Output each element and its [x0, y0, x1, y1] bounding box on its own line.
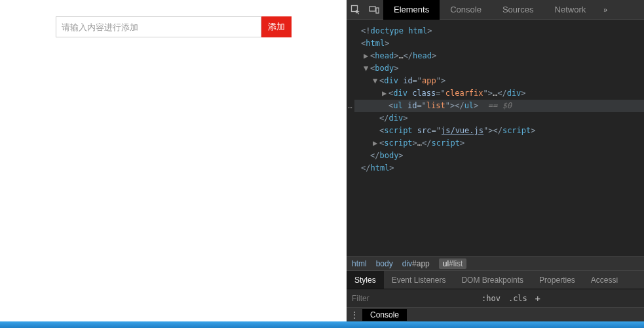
- devtools-tab-elements[interactable]: Elements: [383, 0, 440, 20]
- add-item-form: 添加: [56, 16, 292, 37]
- dom-node[interactable]: </body>: [354, 150, 644, 162]
- devtools-tab-sources[interactable]: Sources: [492, 0, 544, 20]
- devtools-tab-network[interactable]: Network: [544, 0, 597, 20]
- dom-node[interactable]: ▼<body>: [354, 62, 644, 75]
- breadcrumb-item[interactable]: html: [352, 259, 367, 268]
- styles-tab-event-listeners[interactable]: Event Listeners: [384, 271, 454, 289]
- dom-node[interactable]: </div>: [354, 112, 644, 125]
- dom-node[interactable]: <!doctype html>: [354, 25, 644, 37]
- styles-tab-properties[interactable]: Properties: [531, 271, 583, 289]
- devtools-toolbar: ElementsConsoleSourcesNetwork »: [347, 0, 644, 20]
- devtools-panel: ElementsConsoleSourcesNetwork » <!doctyp…: [347, 0, 644, 321]
- add-button[interactable]: 添加: [261, 16, 292, 37]
- os-taskbar: [0, 321, 644, 328]
- dom-node[interactable]: ▶<head>…</head>: [354, 50, 644, 62]
- styles-tab-styles[interactable]: Styles: [347, 271, 384, 289]
- breadcrumb-item[interactable]: div#app: [402, 259, 430, 268]
- dom-tree[interactable]: <!doctype html><html>▶<head>…</head>▼<bo…: [347, 20, 644, 256]
- breadcrumb-item[interactable]: ul#list: [439, 258, 467, 269]
- dom-node[interactable]: <html>: [354, 37, 644, 50]
- drawer-tab-console[interactable]: Console: [362, 309, 407, 321]
- cls-toggle[interactable]: .cls: [504, 294, 531, 303]
- dom-node[interactable]: ▼<div id="app">: [354, 75, 644, 87]
- breadcrumb: htmlbodydiv#appul#list: [347, 256, 644, 270]
- dom-node[interactable]: ▶<div class="clearfix">…</div>: [354, 87, 644, 100]
- styles-tab-accessi[interactable]: Accessi: [583, 271, 626, 289]
- more-tabs-button[interactable]: »: [596, 5, 615, 14]
- hov-toggle[interactable]: :hov: [478, 294, 504, 303]
- rendered-page: 添加: [0, 0, 347, 321]
- drawer-menu-icon[interactable]: ⋮: [347, 310, 362, 319]
- styles-tab-dom-breakpoints[interactable]: DOM Breakpoints: [453, 271, 531, 289]
- dom-node[interactable]: ▶<script>…</script>: [354, 137, 644, 150]
- styles-filter-row: :hov .cls +: [347, 289, 644, 307]
- svg-rect-2: [376, 8, 379, 13]
- breadcrumb-item[interactable]: body: [376, 259, 393, 268]
- add-item-input[interactable]: [56, 16, 261, 37]
- dom-node[interactable]: </html>: [354, 162, 644, 174]
- toggle-device-icon[interactable]: [365, 0, 383, 20]
- svg-rect-1: [369, 7, 375, 11]
- new-style-rule-button[interactable]: +: [531, 293, 544, 304]
- drawer: ⋮ Console: [347, 307, 644, 321]
- dom-node[interactable]: <script src="js/vue.js"></script>: [354, 125, 644, 137]
- styles-filter-input[interactable]: [347, 289, 478, 308]
- dom-node[interactable]: …<ul id="list"></ul> == $0: [354, 100, 644, 112]
- styles-tabbar: StylesEvent ListenersDOM BreakpointsProp…: [347, 270, 644, 289]
- inspect-element-icon[interactable]: [347, 0, 365, 20]
- devtools-tab-console[interactable]: Console: [440, 0, 492, 20]
